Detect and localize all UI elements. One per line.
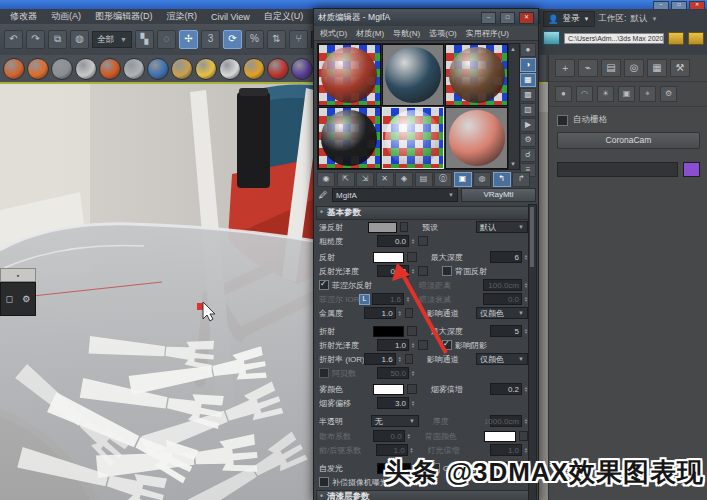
select-rotate-icon[interactable]: ⟳ bbox=[223, 30, 242, 49]
menu-customize[interactable]: 自定义(U) bbox=[264, 10, 304, 23]
open-folder-icon[interactable] bbox=[668, 32, 684, 45]
fresnel-ior-value[interactable]: 1.6 bbox=[372, 293, 404, 305]
put-to-scene-icon[interactable]: ⇱ bbox=[337, 172, 355, 187]
plugin-icon[interactable] bbox=[99, 58, 121, 80]
sample-slot-1[interactable] bbox=[318, 44, 381, 106]
backside-reflection-checkbox[interactable] bbox=[442, 266, 452, 276]
mirror-icon[interactable]: ⑂ bbox=[289, 30, 308, 49]
affect-channels-dropdown[interactable]: 仅颜色▼ bbox=[476, 307, 528, 319]
refraction-map-button[interactable] bbox=[407, 326, 416, 336]
affect-channels2-dropdown[interactable]: 仅颜色▼ bbox=[476, 353, 528, 365]
utilities-tab-icon[interactable]: ⚒ bbox=[670, 59, 690, 77]
refr-max-depth-value[interactable]: 5 bbox=[490, 325, 522, 337]
ior-map-button[interactable] bbox=[405, 354, 413, 364]
abbe-value[interactable]: 50.0 bbox=[377, 367, 409, 379]
sample-type-icon[interactable]: ● bbox=[520, 43, 536, 57]
geometry-icon[interactable]: ● bbox=[555, 86, 572, 102]
fog-mult-value[interactable]: 0.2 bbox=[490, 383, 522, 395]
mini-tool-icon[interactable]: ◻ bbox=[6, 294, 13, 304]
fresnel-checkbox[interactable] bbox=[319, 280, 329, 290]
roughness-value[interactable]: 0.0 bbox=[377, 235, 409, 247]
show-end-result-icon[interactable]: ◍ bbox=[473, 172, 491, 187]
shapes-icon[interactable]: ◠ bbox=[576, 86, 593, 102]
sample-slot-6[interactable] bbox=[445, 107, 508, 169]
menu-rendering[interactable]: 渲染(R) bbox=[167, 10, 198, 23]
affect-shadows-checkbox[interactable] bbox=[442, 340, 452, 350]
plugin-icon[interactable] bbox=[243, 58, 265, 80]
make-unique-icon[interactable]: ◈ bbox=[395, 172, 413, 187]
scale-icon[interactable]: % bbox=[245, 30, 264, 49]
refraction-glossiness-value[interactable]: 1.0 bbox=[377, 339, 409, 351]
reflection-color-swatch[interactable] bbox=[373, 252, 405, 263]
background-icon[interactable]: ▦ bbox=[520, 73, 536, 87]
select-by-name-icon[interactable]: 3 bbox=[201, 30, 220, 49]
reflection-glossiness-value[interactable]: 0.98 bbox=[377, 265, 409, 277]
fresnel-ior-lock-button[interactable]: L bbox=[359, 294, 370, 305]
refraction-color-swatch[interactable] bbox=[373, 326, 405, 337]
metalness-map-button[interactable] bbox=[405, 308, 413, 318]
lights-icon[interactable]: ☀ bbox=[597, 86, 614, 102]
sample-slot-3[interactable] bbox=[445, 44, 508, 106]
plugin-icon[interactable] bbox=[27, 58, 49, 80]
me-maximize-button[interactable]: □ bbox=[500, 12, 515, 24]
fog-color-swatch[interactable] bbox=[373, 384, 405, 395]
plugin-icon[interactable] bbox=[147, 58, 169, 80]
backside-color-swatch[interactable] bbox=[484, 431, 516, 442]
rollout-coat-parameters[interactable]: 清漆层参数 bbox=[316, 490, 530, 500]
selection-filter-dropdown[interactable]: 全部▼ bbox=[92, 31, 132, 48]
helpers-icon[interactable]: ⌖ bbox=[639, 86, 656, 102]
sample-slot-5-active[interactable] bbox=[382, 107, 445, 169]
sample-slot-4[interactable] bbox=[318, 107, 381, 169]
backlight-icon[interactable]: ◑ bbox=[520, 58, 536, 72]
plugin-icon[interactable] bbox=[51, 58, 73, 80]
display-tab-icon[interactable]: ▦ bbox=[647, 59, 667, 77]
scroll-up-icon[interactable]: ▲ bbox=[510, 46, 517, 52]
get-material-icon[interactable]: ◉ bbox=[317, 172, 335, 187]
menu-animation[interactable]: 动画(A) bbox=[51, 10, 81, 23]
roughness-map-button[interactable] bbox=[418, 236, 428, 246]
minimize-button[interactable]: – bbox=[653, 1, 669, 10]
backside-color-map-button[interactable] bbox=[519, 431, 528, 441]
show-in-viewport-icon[interactable]: ▣ bbox=[454, 172, 472, 187]
object-name-field[interactable] bbox=[557, 162, 678, 177]
plugin-icon[interactable] bbox=[291, 58, 313, 80]
select-move-icon[interactable]: ✢ bbox=[179, 30, 198, 49]
sample-uv-tiling-icon[interactable]: ▩ bbox=[520, 88, 536, 102]
coronacam-button[interactable]: CoronaCam bbox=[557, 132, 700, 149]
me-menu-modes[interactable]: 模式(D) bbox=[320, 28, 347, 39]
put-to-library-icon[interactable]: ▤ bbox=[415, 172, 433, 187]
me-menu-navigation[interactable]: 导航(N) bbox=[393, 28, 420, 39]
rollout-basic-parameters[interactable]: 基本参数 bbox=[316, 206, 530, 220]
unlink-icon[interactable]: ◍ bbox=[70, 30, 89, 49]
mini-tool-icon[interactable]: ⚙ bbox=[22, 294, 30, 304]
diffuse-color-swatch[interactable] bbox=[368, 222, 397, 233]
plugin-icon[interactable] bbox=[219, 58, 241, 80]
create-tab-icon[interactable]: ＋ bbox=[555, 59, 575, 77]
scroll-down-icon[interactable]: ▼ bbox=[510, 161, 517, 167]
me-menu-utilities[interactable]: 实用程序(U) bbox=[466, 28, 509, 39]
plugin-icon[interactable] bbox=[267, 58, 289, 80]
cameras-icon[interactable]: ▣ bbox=[618, 86, 635, 102]
diffuse-map-button[interactable] bbox=[400, 222, 409, 232]
plugin-icon[interactable] bbox=[123, 58, 145, 80]
maximize-button[interactable]: □ bbox=[671, 1, 687, 10]
refr-gloss-map-button[interactable] bbox=[418, 340, 428, 350]
generate-preview-icon[interactable]: ▶ bbox=[520, 118, 536, 132]
motion-tab-icon[interactable]: ◎ bbox=[624, 59, 644, 77]
select-by-material-icon[interactable]: ☌ bbox=[520, 148, 536, 162]
scatter-value[interactable]: 0.0 bbox=[373, 430, 405, 442]
menu-modifiers[interactable]: 修改器 bbox=[10, 10, 37, 23]
select-object-icon[interactable]: ▚ bbox=[135, 30, 154, 49]
metalness-value[interactable]: 1.0 bbox=[364, 307, 396, 319]
dim-distance-value[interactable]: 100.0cm bbox=[483, 279, 522, 291]
options-icon[interactable]: ⚙ bbox=[520, 133, 536, 147]
translucency-dropdown[interactable]: 无▼ bbox=[371, 415, 419, 427]
ior-value[interactable]: 1.6 bbox=[364, 353, 396, 365]
sample-scrollbar[interactable]: ▲ ▼ bbox=[508, 43, 520, 170]
undo-icon[interactable]: ↶ bbox=[4, 30, 23, 49]
project-folder-icon[interactable] bbox=[543, 31, 560, 45]
compensate-exposure-checkbox[interactable] bbox=[319, 477, 329, 487]
refl-max-depth-value[interactable]: 6 bbox=[490, 251, 522, 263]
go-to-parent-icon[interactable]: ↰ bbox=[493, 172, 511, 187]
reflection-map-button[interactable] bbox=[407, 252, 416, 262]
